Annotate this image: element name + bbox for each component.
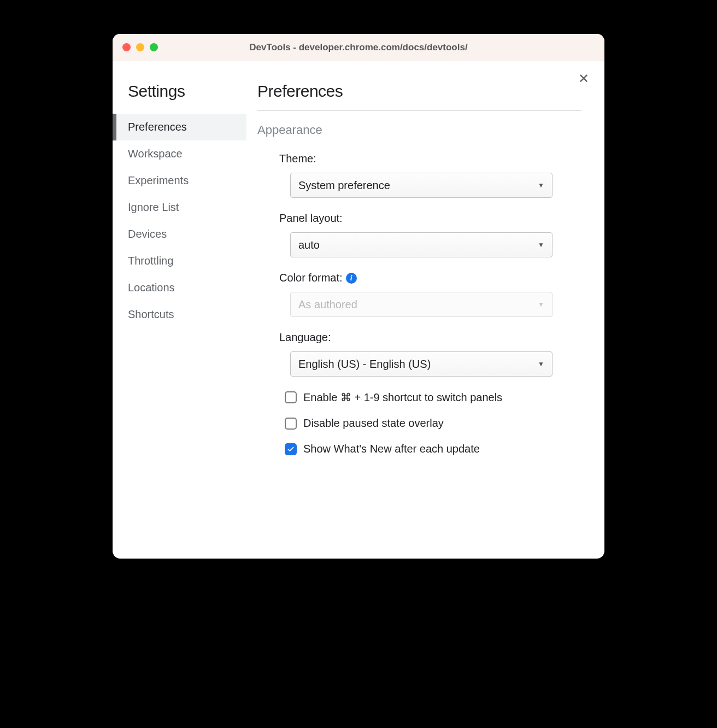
sidebar-item-label: Workspace xyxy=(128,148,183,160)
sidebar-item-throttling[interactable]: Throttling xyxy=(113,248,246,274)
theme-select-value: System preference xyxy=(298,179,390,192)
sidebar-item-preferences[interactable]: Preferences xyxy=(113,114,246,140)
sidebar-item-shortcuts[interactable]: Shortcuts xyxy=(113,301,246,328)
checkbox[interactable] xyxy=(285,391,297,403)
sidebar-item-devices[interactable]: Devices xyxy=(113,221,246,248)
sidebar-title: Settings xyxy=(113,82,246,101)
traffic-lights xyxy=(122,43,158,51)
checkbox-row: Enable ⌘ + 1-9 shortcut to switch panels xyxy=(257,391,581,404)
sidebar-item-ignore-list[interactable]: Ignore List xyxy=(113,194,246,221)
sidebar-item-label: Devices xyxy=(128,228,167,240)
checkbox-label: Enable ⌘ + 1-9 shortcut to switch panels xyxy=(303,391,502,404)
panel-layout-label: Panel layout: xyxy=(279,212,581,225)
window: DevTools - developer.chrome.com/docs/dev… xyxy=(113,34,604,559)
section-header: Appearance xyxy=(257,123,581,137)
content-area: ✕ Settings PreferencesWorkspaceExperimen… xyxy=(113,61,604,559)
field-theme: Theme: System preference ▼ xyxy=(257,152,581,198)
checkbox-row: Show What's New after each update xyxy=(257,443,581,455)
theme-select[interactable]: System preference ▼ xyxy=(290,173,553,198)
color-format-select: As authored ▼ xyxy=(290,292,553,317)
checkbox-label: Disable paused state overlay xyxy=(303,417,444,430)
sidebar-item-label: Experiments xyxy=(128,174,189,186)
sidebar-item-label: Shortcuts xyxy=(128,308,174,320)
checkbox-row: Disable paused state overlay xyxy=(257,417,581,430)
panel-layout-select[interactable]: auto ▼ xyxy=(290,232,553,257)
field-language: Language: English (US) - English (US) ▼ xyxy=(257,331,581,377)
minimize-window-button[interactable] xyxy=(136,43,144,51)
language-select[interactable]: English (US) - English (US) ▼ xyxy=(290,351,553,377)
sidebar-item-label: Ignore List xyxy=(128,201,179,213)
page-title: Preferences xyxy=(257,82,581,101)
color-format-select-value: As authored xyxy=(298,298,357,311)
field-color-format: Color format: i As authored ▼ xyxy=(257,272,581,317)
chevron-down-icon: ▼ xyxy=(538,301,544,308)
chevron-down-icon: ▼ xyxy=(538,360,544,368)
sidebar-item-label: Throttling xyxy=(128,255,173,267)
sidebar-item-label: Preferences xyxy=(128,121,187,133)
chevron-down-icon: ▼ xyxy=(538,181,544,189)
theme-label: Theme: xyxy=(279,152,581,165)
sidebar: Settings PreferencesWorkspaceExperiments… xyxy=(113,61,246,559)
language-select-value: English (US) - English (US) xyxy=(298,358,431,371)
titlebar: DevTools - developer.chrome.com/docs/dev… xyxy=(113,34,604,61)
window-title: DevTools - developer.chrome.com/docs/dev… xyxy=(113,42,604,53)
language-label: Language: xyxy=(279,331,581,344)
chevron-down-icon: ▼ xyxy=(538,241,544,249)
close-icon[interactable]: ✕ xyxy=(578,72,589,85)
main-panel: Preferences Appearance Theme: System pre… xyxy=(246,61,604,559)
info-icon[interactable]: i xyxy=(346,273,357,284)
checkbox-label: Show What's New after each update xyxy=(303,443,480,455)
field-panel-layout: Panel layout: auto ▼ xyxy=(257,212,581,257)
checkbox[interactable] xyxy=(285,443,297,455)
sidebar-item-label: Locations xyxy=(128,281,175,293)
close-window-button[interactable] xyxy=(122,43,131,51)
color-format-label: Color format: i xyxy=(279,272,581,284)
maximize-window-button[interactable] xyxy=(150,43,158,51)
checkbox[interactable] xyxy=(285,418,297,430)
panel-layout-select-value: auto xyxy=(298,239,320,251)
sidebar-item-locations[interactable]: Locations xyxy=(113,274,246,301)
sidebar-item-experiments[interactable]: Experiments xyxy=(113,167,246,194)
divider xyxy=(257,110,581,111)
sidebar-item-workspace[interactable]: Workspace xyxy=(113,140,246,167)
